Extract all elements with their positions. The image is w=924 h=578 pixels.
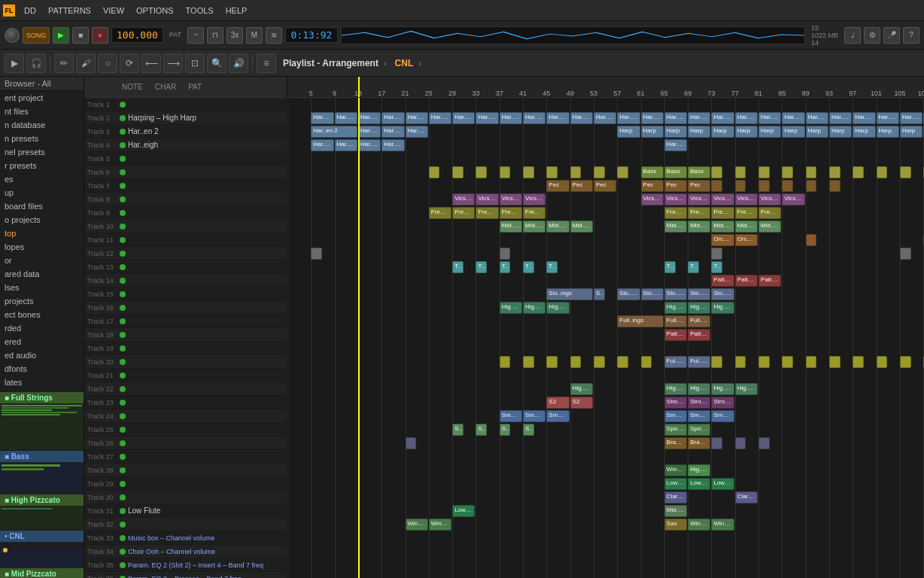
select2-btn[interactable]: ⊡	[185, 53, 205, 73]
clip-9[interactable]: Har..Harp	[523, 112, 546, 124]
track-led-26[interactable]	[120, 440, 126, 446]
clip-10[interactable]: Har..Harp	[546, 112, 569, 124]
clip-67[interactable]	[829, 166, 840, 178]
clip-195[interactable]	[711, 437, 722, 449]
track-row-5[interactable]: Track 5	[84, 152, 287, 166]
clip-101[interactable]: Fren..ses	[688, 207, 710, 219]
group-high-pizzicato[interactable]: ■ High Pizzcato	[0, 494, 84, 506]
clip-208[interactable]: Wind..ute	[429, 519, 451, 531]
clip-152[interactable]	[523, 356, 534, 368]
track-led-19[interactable]	[120, 345, 126, 351]
track-led-10[interactable]	[120, 224, 126, 230]
clip-114[interactable]: Orch..l#2	[711, 234, 734, 246]
clip-102[interactable]: Fren..ses	[711, 207, 734, 219]
menu-view[interactable]: VIEW	[100, 6, 127, 15]
clip-41[interactable]: Harp	[853, 126, 875, 138]
clip-123[interactable]: Try	[476, 261, 487, 273]
clip-32[interactable]: Harp	[641, 126, 664, 138]
clip-122[interactable]: Try	[452, 261, 464, 273]
clip-135[interactable]: Slo..ings	[617, 288, 640, 300]
help-btn[interactable]: ?	[903, 27, 919, 44]
clip-60[interactable]: Bass	[664, 166, 687, 178]
track-row-4[interactable]: Track 4Har..eigh	[84, 138, 287, 152]
clip-116[interactable]	[806, 234, 817, 246]
clip-45[interactable]: Har..eigh	[311, 139, 333, 151]
clip-111[interactable]: Mid..sses	[711, 221, 734, 233]
clip-210[interactable]: Wind..ute	[688, 519, 710, 531]
clip-89[interactable]: Vics..sses	[664, 193, 687, 205]
clip-68[interactable]	[853, 166, 864, 178]
sidebar-item-1[interactable]: nt files	[0, 105, 84, 118]
track-row-35[interactable]: Track 35Param. EQ 2 (Slot 2) – Insert 4 …	[84, 558, 287, 572]
clip-42[interactable]: Harp	[877, 126, 899, 138]
menu-dd[interactable]: DD	[21, 6, 39, 15]
clip-88[interactable]: Vics..sses	[641, 193, 664, 205]
clip-81[interactable]	[782, 180, 793, 192]
clip-127[interactable]: Try	[664, 261, 676, 273]
clip-95[interactable]: Fren..ses	[429, 207, 451, 219]
menu-tools[interactable]: TOOLS	[183, 6, 217, 15]
track-row-8[interactable]: Track 8	[84, 193, 287, 206]
track-row-3[interactable]: Track 3Har..en 2	[84, 125, 287, 138]
track-row-32[interactable]: Track 32	[84, 518, 287, 531]
track-row-22[interactable]: Track 22	[84, 382, 287, 396]
clip-204[interactable]: Clarinet	[735, 491, 758, 503]
track-row-17[interactable]: Track 17	[84, 315, 287, 328]
track-row-2[interactable]: Track 2Harping – High Harp	[84, 111, 287, 125]
clip-203[interactable]: Clarinet	[664, 491, 687, 503]
clip-119[interactable]	[500, 248, 511, 260]
clip-31[interactable]: Harp	[617, 126, 640, 138]
clip-87[interactable]: Vics..sses	[523, 193, 546, 205]
clip-189[interactable]: S1	[523, 424, 534, 436]
clip-99[interactable]: Fren..ses	[523, 207, 546, 219]
clip-144[interactable]: Hig..ings	[688, 302, 710, 314]
clip-166[interactable]	[853, 356, 864, 368]
play-button[interactable]: ▶	[53, 27, 69, 44]
track-row-6[interactable]: Track 6	[84, 166, 287, 179]
track-led-6[interactable]	[120, 169, 126, 175]
clip-17[interactable]: Har..Harp	[711, 112, 734, 124]
clip-48[interactable]: Har..eigh	[381, 139, 404, 151]
clip-139[interactable]: Slo..ings	[711, 288, 734, 300]
menu-options[interactable]: OPTIONS	[133, 6, 177, 15]
track-row-1[interactable]: Track 1	[84, 98, 287, 111]
clip-126[interactable]: Try	[546, 261, 558, 273]
clip-54[interactable]	[523, 166, 534, 178]
clip-198[interactable]: Wind..lute	[664, 464, 687, 476]
track-row-10[interactable]: Track 10	[84, 220, 287, 233]
clip-80[interactable]	[758, 180, 770, 192]
track-row-29[interactable]: Track 29	[84, 477, 287, 491]
clip-187[interactable]: S1	[476, 424, 487, 436]
clip-168[interactable]	[900, 356, 911, 368]
clip-145[interactable]: Hig..ings	[711, 302, 734, 314]
track-row-21[interactable]: Track 21	[84, 369, 287, 382]
clip-186[interactable]: S1	[452, 424, 464, 436]
clip-36[interactable]: Harp	[735, 126, 758, 138]
clip-131[interactable]: Patt..n 40	[735, 275, 758, 287]
clip-115[interactable]: Orch..l#2	[735, 234, 758, 246]
track-row-26[interactable]: Track 26	[84, 437, 287, 450]
clip-24[interactable]: Har..Harp	[877, 112, 899, 124]
playlist-icon[interactable]: ≡	[257, 53, 276, 73]
group-cnl[interactable]: • CNL	[0, 531, 84, 542]
track-row-16[interactable]: Track 16	[84, 301, 287, 315]
clip-57[interactable]	[594, 166, 605, 178]
clip-85[interactable]: Vics..sses	[476, 193, 498, 205]
track-led-25[interactable]	[120, 427, 126, 433]
clip-165[interactable]	[829, 356, 840, 368]
clip-82[interactable]	[806, 180, 817, 192]
clip-170[interactable]: Hig..cato	[570, 383, 593, 395]
zoom2-btn[interactable]: 🔍	[207, 53, 226, 73]
clip-105[interactable]: Mid..sses	[500, 221, 522, 233]
clip-7[interactable]: Har..Harp	[476, 112, 498, 124]
track-row-31[interactable]: Track 31Low Flute	[84, 504, 287, 518]
clip-209[interactable]: Sax	[664, 519, 687, 531]
clip-197[interactable]	[758, 437, 770, 449]
clip-180[interactable]: Sma..ato	[500, 410, 522, 422]
clip-185[interactable]: Sma..ato	[711, 410, 734, 422]
track-led-14[interactable]	[120, 278, 126, 284]
track-led-17[interactable]	[120, 318, 126, 324]
clip-46[interactable]: Har..eigh	[335, 139, 357, 151]
group-mid-pizzicato[interactable]: ■ Mid Pizzcato	[0, 568, 84, 578]
song-button[interactable]: SONG	[23, 27, 50, 44]
